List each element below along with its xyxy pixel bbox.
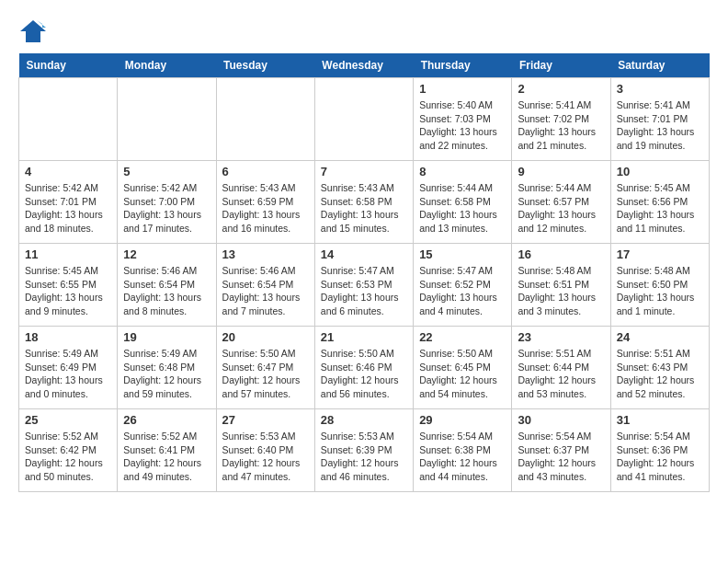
calendar-cell: 15Sunrise: 5:47 AM Sunset: 6:52 PM Dayli…	[414, 244, 512, 327]
calendar-cell: 5Sunrise: 5:42 AM Sunset: 7:00 PM Daylig…	[118, 161, 216, 244]
calendar-cell: 30Sunrise: 5:54 AM Sunset: 6:37 PM Dayli…	[512, 409, 610, 492]
calendar-cell	[118, 78, 216, 161]
day-number: 16	[518, 247, 604, 261]
calendar-table: SundayMondayTuesdayWednesdayThursdayFrid…	[18, 53, 710, 492]
day-info: Sunrise: 5:49 AM Sunset: 6:48 PM Dayligh…	[123, 347, 210, 401]
day-info: Sunrise: 5:42 AM Sunset: 7:00 PM Dayligh…	[123, 181, 210, 236]
day-number: 13	[222, 247, 309, 261]
day-info: Sunrise: 5:47 AM Sunset: 6:52 PM Dayligh…	[419, 264, 506, 318]
calendar-cell: 9Sunrise: 5:44 AM Sunset: 6:57 PM Daylig…	[512, 161, 610, 244]
calendar-cell: 20Sunrise: 5:50 AM Sunset: 6:47 PM Dayli…	[216, 327, 314, 409]
day-info: Sunrise: 5:42 AM Sunset: 7:01 PM Dayligh…	[25, 181, 111, 236]
day-number: 26	[123, 413, 210, 427]
calendar-cell: 22Sunrise: 5:50 AM Sunset: 6:45 PM Dayli…	[414, 327, 512, 409]
day-header-friday: Friday	[512, 53, 610, 78]
day-number: 23	[518, 330, 604, 344]
day-info: Sunrise: 5:54 AM Sunset: 6:36 PM Dayligh…	[617, 430, 703, 484]
calendar-cell: 13Sunrise: 5:46 AM Sunset: 6:54 PM Dayli…	[216, 244, 314, 327]
day-header-monday: Monday	[118, 53, 216, 78]
day-number: 24	[617, 330, 703, 344]
day-number: 30	[518, 413, 604, 427]
day-info: Sunrise: 5:44 AM Sunset: 6:58 PM Dayligh…	[419, 181, 506, 236]
calendar-cell	[216, 78, 314, 161]
day-number: 1	[419, 82, 506, 96]
day-number: 9	[518, 165, 604, 178]
day-info: Sunrise: 5:51 AM Sunset: 6:43 PM Dayligh…	[617, 347, 703, 401]
calendar-cell: 18Sunrise: 5:49 AM Sunset: 6:49 PM Dayli…	[19, 327, 118, 409]
calendar-cell: 12Sunrise: 5:46 AM Sunset: 6:54 PM Dayli…	[118, 244, 216, 327]
calendar-cell: 31Sunrise: 5:54 AM Sunset: 6:36 PM Dayli…	[610, 409, 709, 492]
calendar-cell: 28Sunrise: 5:53 AM Sunset: 6:39 PM Dayli…	[314, 409, 413, 492]
day-info: Sunrise: 5:50 AM Sunset: 6:45 PM Dayligh…	[419, 347, 506, 401]
day-number: 7	[321, 165, 407, 178]
calendar-cell: 19Sunrise: 5:49 AM Sunset: 6:48 PM Dayli…	[118, 327, 216, 409]
day-number: 6	[222, 165, 309, 178]
day-number: 15	[419, 247, 506, 261]
day-number: 4	[25, 165, 111, 178]
day-number: 11	[25, 247, 111, 261]
day-info: Sunrise: 5:40 AM Sunset: 7:03 PM Dayligh…	[419, 98, 506, 153]
day-info: Sunrise: 5:44 AM Sunset: 6:57 PM Dayligh…	[518, 181, 604, 236]
day-number: 27	[222, 413, 309, 427]
day-number: 3	[617, 82, 703, 96]
day-info: Sunrise: 5:49 AM Sunset: 6:49 PM Dayligh…	[25, 347, 111, 401]
calendar-cell: 11Sunrise: 5:45 AM Sunset: 6:55 PM Dayli…	[19, 244, 118, 327]
day-info: Sunrise: 5:48 AM Sunset: 6:50 PM Dayligh…	[617, 264, 703, 318]
day-number: 22	[419, 330, 506, 344]
day-info: Sunrise: 5:46 AM Sunset: 6:54 PM Dayligh…	[123, 264, 210, 318]
day-info: Sunrise: 5:54 AM Sunset: 6:38 PM Dayligh…	[419, 430, 506, 484]
day-info: Sunrise: 5:50 AM Sunset: 6:46 PM Dayligh…	[321, 347, 407, 401]
day-number: 17	[617, 247, 703, 261]
day-info: Sunrise: 5:54 AM Sunset: 6:37 PM Dayligh…	[518, 430, 604, 484]
day-info: Sunrise: 5:46 AM Sunset: 6:54 PM Dayligh…	[222, 264, 309, 318]
calendar-cell: 14Sunrise: 5:47 AM Sunset: 6:53 PM Dayli…	[314, 244, 413, 327]
calendar-cell: 4Sunrise: 5:42 AM Sunset: 7:01 PM Daylig…	[19, 161, 118, 244]
day-info: Sunrise: 5:52 AM Sunset: 6:42 PM Dayligh…	[25, 430, 111, 484]
day-info: Sunrise: 5:47 AM Sunset: 6:53 PM Dayligh…	[321, 264, 407, 318]
calendar-cell: 2Sunrise: 5:41 AM Sunset: 7:02 PM Daylig…	[512, 78, 610, 161]
day-number: 28	[321, 413, 407, 427]
day-info: Sunrise: 5:52 AM Sunset: 6:41 PM Dayligh…	[123, 430, 210, 484]
day-header-thursday: Thursday	[414, 53, 512, 78]
day-number: 25	[25, 413, 111, 427]
calendar-cell: 17Sunrise: 5:48 AM Sunset: 6:50 PM Dayli…	[610, 244, 709, 327]
day-info: Sunrise: 5:43 AM Sunset: 6:58 PM Dayligh…	[321, 181, 407, 236]
calendar-cell: 16Sunrise: 5:48 AM Sunset: 6:51 PM Dayli…	[512, 244, 610, 327]
calendar-cell: 27Sunrise: 5:53 AM Sunset: 6:40 PM Dayli…	[216, 409, 314, 492]
day-number: 8	[419, 165, 506, 178]
calendar-cell	[314, 78, 413, 161]
calendar-cell: 7Sunrise: 5:43 AM Sunset: 6:58 PM Daylig…	[314, 161, 413, 244]
day-number: 12	[123, 247, 210, 261]
calendar-cell: 8Sunrise: 5:44 AM Sunset: 6:58 PM Daylig…	[414, 161, 512, 244]
calendar-cell: 10Sunrise: 5:45 AM Sunset: 6:56 PM Dayli…	[610, 161, 709, 244]
calendar-cell: 29Sunrise: 5:54 AM Sunset: 6:38 PM Dayli…	[414, 409, 512, 492]
day-info: Sunrise: 5:45 AM Sunset: 6:56 PM Dayligh…	[617, 181, 703, 236]
day-number: 31	[617, 413, 703, 427]
header	[18, 18, 710, 44]
day-info: Sunrise: 5:51 AM Sunset: 6:44 PM Dayligh…	[518, 347, 604, 401]
calendar-cell: 24Sunrise: 5:51 AM Sunset: 6:43 PM Dayli…	[610, 327, 709, 409]
day-number: 2	[518, 82, 604, 96]
day-info: Sunrise: 5:41 AM Sunset: 7:01 PM Dayligh…	[617, 98, 703, 153]
day-header-saturday: Saturday	[610, 53, 709, 78]
day-number: 18	[25, 330, 111, 344]
day-info: Sunrise: 5:53 AM Sunset: 6:40 PM Dayligh…	[222, 430, 309, 484]
day-number: 10	[617, 165, 703, 178]
logo	[18, 18, 51, 44]
calendar-cell: 6Sunrise: 5:43 AM Sunset: 6:59 PM Daylig…	[216, 161, 314, 244]
day-header-tuesday: Tuesday	[216, 53, 314, 78]
day-number: 21	[321, 330, 407, 344]
day-info: Sunrise: 5:53 AM Sunset: 6:39 PM Dayligh…	[321, 430, 407, 484]
day-info: Sunrise: 5:48 AM Sunset: 6:51 PM Dayligh…	[518, 264, 604, 318]
day-header-sunday: Sunday	[19, 53, 118, 78]
calendar-cell: 25Sunrise: 5:52 AM Sunset: 6:42 PM Dayli…	[19, 409, 118, 492]
calendar-cell: 1Sunrise: 5:40 AM Sunset: 7:03 PM Daylig…	[414, 78, 512, 161]
calendar-cell: 21Sunrise: 5:50 AM Sunset: 6:46 PM Dayli…	[314, 327, 413, 409]
day-info: Sunrise: 5:45 AM Sunset: 6:55 PM Dayligh…	[25, 264, 111, 318]
day-number: 14	[321, 247, 407, 261]
day-info: Sunrise: 5:41 AM Sunset: 7:02 PM Dayligh…	[518, 98, 604, 153]
calendar-cell: 23Sunrise: 5:51 AM Sunset: 6:44 PM Dayli…	[512, 327, 610, 409]
day-number: 5	[123, 165, 210, 178]
day-number: 19	[123, 330, 210, 344]
day-header-wednesday: Wednesday	[314, 53, 413, 78]
